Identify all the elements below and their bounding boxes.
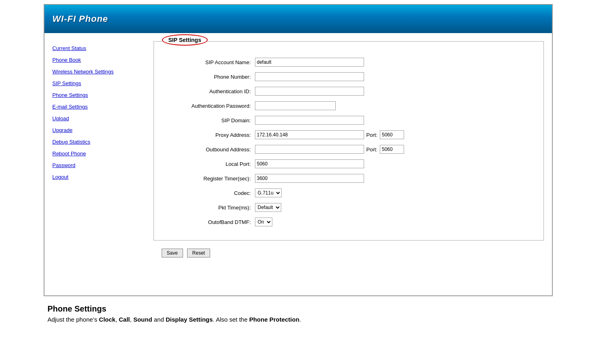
register-timer-input[interactable] <box>255 174 364 183</box>
account-name-label: SIP Account Name: <box>166 59 255 65</box>
proxy-address-row: Proxy Address: Port: <box>166 130 531 139</box>
below-bold-call: Call <box>119 316 130 323</box>
sidebar-item-email-settings[interactable]: E-mail Settings <box>53 104 137 110</box>
sidebar-item-phone-settings[interactable]: Phone Settings <box>53 92 137 98</box>
sidebar: Current Status Phone Book Wireless Netwo… <box>44 41 145 287</box>
proxy-address-input[interactable] <box>255 130 364 139</box>
local-port-input[interactable] <box>255 159 364 168</box>
codec-row: Codec: G.711u G.711a G.723 G.729 <box>166 188 531 197</box>
proxy-port-input[interactable] <box>380 130 404 139</box>
sip-settings-legend: SIP Settings <box>162 34 208 46</box>
sidebar-item-upgrade[interactable]: Upgrade <box>53 127 137 133</box>
header: WI-FI Phone <box>44 5 552 33</box>
sidebar-item-wireless-network-settings[interactable]: Wireless Network Settings <box>53 69 137 75</box>
sidebar-item-current-status[interactable]: Current Status <box>53 45 137 51</box>
proxy-port-label: Port: <box>366 132 377 138</box>
phone-number-row: Phone Number: <box>166 72 531 81</box>
outofband-dtmf-select[interactable]: On Off <box>255 218 272 226</box>
sidebar-item-logout[interactable]: Logout <box>53 174 137 180</box>
below-bold-display: Display Settings <box>166 316 213 323</box>
pkt-time-label: Pkt Time(ms): <box>166 205 255 211</box>
header-logo: WI-FI Phone <box>53 14 108 24</box>
phone-number-input[interactable] <box>255 72 364 81</box>
below-sep2: , <box>130 316 133 323</box>
phone-number-label: Phone Number: <box>166 74 255 80</box>
outbound-address-group: Port: <box>255 145 404 154</box>
below-heading: Phone Settings <box>48 304 549 314</box>
main-content: Current Status Phone Book Wireless Netwo… <box>44 33 552 295</box>
account-name-row: SIP Account Name: <box>166 58 531 67</box>
sip-domain-label: SIP Domain: <box>166 117 255 123</box>
below-bold-clock: Clock <box>99 316 116 323</box>
pkt-time-select[interactable]: Default 10ms 20ms 30ms <box>255 203 281 212</box>
register-timer-row: Register Timer(sec): <box>166 174 531 183</box>
save-button[interactable]: Save <box>162 249 183 257</box>
sip-fieldset: SIP Settings SIP Account Name: Phone Num… <box>154 41 544 241</box>
below-text: Adjust the phone’s Clock, Call, Sound an… <box>48 316 549 323</box>
below-sep3: and <box>152 316 166 323</box>
below-text-after: . <box>299 316 301 323</box>
outbound-address-label: Outbound Address: <box>166 146 255 153</box>
sip-legend-wrapper: SIP Settings <box>162 34 208 46</box>
auth-password-input[interactable] <box>255 101 336 110</box>
auth-id-label: Authentication ID: <box>166 88 255 94</box>
sip-settings-content: SIP Settings SIP Account Name: Phone Num… <box>145 41 552 287</box>
codec-select[interactable]: G.711u G.711a G.723 G.729 <box>255 188 282 197</box>
sidebar-item-upload[interactable]: Upload <box>53 115 137 121</box>
sidebar-item-phone-book[interactable]: Phone Book <box>53 57 137 63</box>
below-sep4: . Also set the <box>213 316 249 323</box>
button-row: Save Reset <box>154 249 544 257</box>
local-port-row: Local Port: <box>166 159 531 168</box>
reset-button[interactable]: Reset <box>187 249 210 257</box>
auth-id-row: Authentication ID: <box>166 87 531 96</box>
ui-box: WI-FI Phone Current Status Phone Book Wi… <box>44 4 553 296</box>
outofband-dtmf-label: OutofBand DTMF: <box>166 219 255 225</box>
auth-password-label: Authentication Password: <box>166 103 255 109</box>
proxy-address-label: Proxy Address: <box>166 132 255 138</box>
auth-password-row: Authentication Password: <box>166 101 531 110</box>
sip-domain-input[interactable] <box>255 116 364 125</box>
register-timer-label: Register Timer(sec): <box>166 176 255 182</box>
below-text-before: Adjust the phone’s <box>48 316 99 323</box>
sidebar-item-debug-statistics[interactable]: Debug Statistics <box>53 139 137 145</box>
logo-text: WI-FI Phone <box>53 14 108 24</box>
outbound-address-input[interactable] <box>255 145 364 154</box>
outbound-port-input[interactable] <box>380 145 404 154</box>
outbound-address-row: Outbound Address: Port: <box>166 145 531 154</box>
below-bold-protection: Phone Protection <box>249 316 299 323</box>
local-port-label: Local Port: <box>166 161 255 167</box>
page-wrapper: WI-FI Phone Current Status Phone Book Wi… <box>0 0 596 364</box>
pkt-time-row: Pkt Time(ms): Default 10ms 20ms 30ms <box>166 203 531 212</box>
below-box: Phone Settings Adjust the phone’s Clock,… <box>44 304 553 323</box>
below-bold-sound: Sound <box>133 316 152 323</box>
sidebar-item-sip-settings[interactable]: SIP Settings <box>53 80 137 86</box>
sip-domain-row: SIP Domain: <box>166 116 531 125</box>
sidebar-item-reboot-phone[interactable]: Reboot Phone <box>53 151 137 157</box>
outbound-port-label: Port: <box>366 146 377 153</box>
sidebar-item-password[interactable]: Password <box>53 162 137 168</box>
proxy-address-group: Port: <box>255 130 404 139</box>
account-name-input[interactable] <box>255 58 364 67</box>
codec-label: Codec: <box>166 190 255 196</box>
auth-id-input[interactable] <box>255 87 364 96</box>
below-sep1: , <box>116 316 119 323</box>
outofband-dtmf-row: OutofBand DTMF: On Off <box>166 218 531 226</box>
